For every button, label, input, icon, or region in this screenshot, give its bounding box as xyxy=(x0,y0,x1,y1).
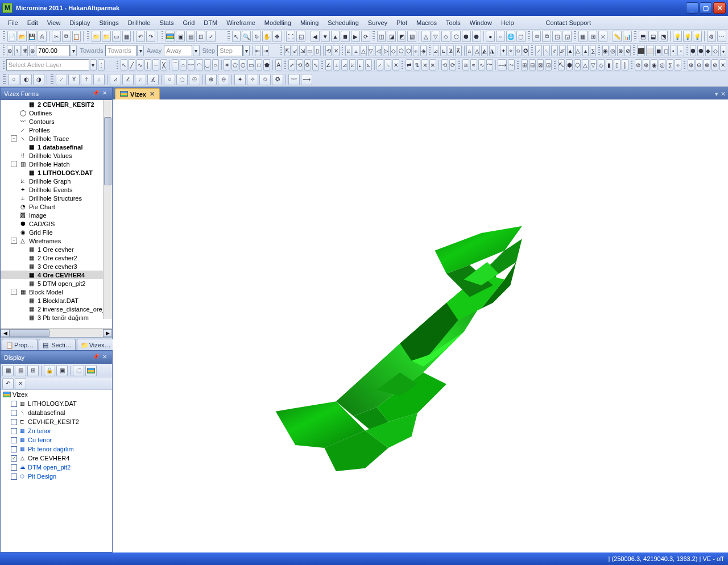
tool-v3-icon[interactable]: ◆ xyxy=(705,45,712,56)
tool-pointer-icon[interactable]: ↖ xyxy=(232,31,241,42)
tool-line2-icon[interactable]: ↙ xyxy=(292,45,298,56)
tool-v4-icon[interactable]: ◇ xyxy=(713,45,719,56)
expand-icon[interactable]: - xyxy=(11,135,17,142)
xform-3-icon[interactable]: ⤨ xyxy=(421,59,428,70)
toolbar-grip[interactable] xyxy=(517,60,519,70)
dtool-7-icon[interactable] xyxy=(85,365,97,376)
checkbox[interactable]: ✓ xyxy=(11,455,17,462)
toolbar-grip[interactable] xyxy=(87,31,89,41)
tool-u5-icon[interactable]: ▪ xyxy=(670,45,676,56)
pit-4-icon[interactable]: △ xyxy=(582,59,589,70)
tool-3d3-icon[interactable]: ◳ xyxy=(552,31,561,42)
dh-12-icon[interactable]: ⊕ xyxy=(205,74,217,85)
fin-2-icon[interactable]: ⊛ xyxy=(643,59,650,70)
tab-sections[interactable]: ▤Secti… xyxy=(39,339,75,350)
dh-2-icon[interactable]: Y xyxy=(68,74,80,85)
tree-node[interactable]: ✦Drillhole Events xyxy=(1,185,112,194)
tree-node[interactable]: ▦4 Ore CEVHER4 xyxy=(1,271,112,279)
meas-7-icon[interactable]: ⟋ xyxy=(377,59,383,70)
checkbox[interactable] xyxy=(11,401,17,407)
tree-node[interactable]: ⟂Drillhole Structures xyxy=(1,194,112,202)
meas-9-icon[interactable]: ✕ xyxy=(392,59,399,70)
tool-globe2-icon[interactable]: ⊛ xyxy=(29,45,35,56)
draw-arc-icon[interactable]: ◠ xyxy=(196,59,202,70)
tool-3d4-icon[interactable]: ◲ xyxy=(562,31,572,42)
edit-2-icon[interactable]: ⟲ xyxy=(296,59,303,70)
checkbox[interactable] xyxy=(11,410,17,416)
towards-dropdown-icon[interactable]: ▾ xyxy=(137,45,143,56)
menu-window[interactable]: Window xyxy=(465,18,497,28)
tool-m5-icon[interactable]: ◁ xyxy=(375,45,382,56)
scroll-left-icon[interactable]: ◀ xyxy=(1,329,10,337)
draw-line-icon[interactable]: ╱ xyxy=(129,59,135,70)
xform-2-icon[interactable]: ⇅ xyxy=(413,59,420,70)
draw-ring-icon[interactable]: ○ xyxy=(212,59,219,70)
draw-poly-icon[interactable]: ∿ xyxy=(136,59,143,70)
tree-node[interactable]: 🖼Image xyxy=(1,211,112,219)
tool-m1-icon[interactable]: ⟀ xyxy=(345,45,351,56)
tool-new-icon[interactable]: 📄 xyxy=(7,31,16,42)
draw-poly2-icon[interactable]: ⬡ xyxy=(239,59,246,70)
doc-menu-icon[interactable]: ▾ xyxy=(715,90,718,98)
tool-folder2-icon[interactable]: 📁 xyxy=(102,31,111,42)
tree-node[interactable]: ⬢CAD/GIS xyxy=(1,219,112,228)
pit-3-icon[interactable]: ⬡ xyxy=(574,59,581,70)
meas-5-icon[interactable]: ⦜ xyxy=(357,59,364,70)
xform-5-icon[interactable]: ⟲ xyxy=(441,59,448,70)
tool-q2-icon[interactable]: ◬ xyxy=(474,45,480,56)
tool-paste-icon[interactable]: 📋 xyxy=(72,31,81,42)
vizex-document-tab[interactable]: Vizex ✕ xyxy=(115,88,160,99)
tool-cube1-icon[interactable]: ◫ xyxy=(377,31,386,42)
xform-1-icon[interactable]: ⇄ xyxy=(406,59,412,70)
menu-scheduling[interactable]: Scheduling xyxy=(323,18,363,28)
dtool-del-icon[interactable]: ✕ xyxy=(15,378,26,389)
dh-5-icon[interactable]: ⊿ xyxy=(110,74,121,85)
fin-6-icon[interactable]: ⟐ xyxy=(675,59,681,70)
tool-pan-icon[interactable]: ✋ xyxy=(262,31,271,42)
toolbar-grip[interactable] xyxy=(686,45,688,56)
checkbox[interactable] xyxy=(11,464,17,471)
checkbox[interactable] xyxy=(11,473,17,480)
checkbox[interactable] xyxy=(11,428,17,434)
draw-spline-icon[interactable]: 〰 xyxy=(188,59,195,70)
tool-view3-icon[interactable]: ⊡ xyxy=(196,31,205,42)
tree-node[interactable]: ▦2 CEVHER_KESIT2 xyxy=(1,100,112,109)
xform-4-icon[interactable]: ⤪ xyxy=(429,59,436,70)
end-1-icon[interactable]: ⊕ xyxy=(688,59,694,70)
display-item[interactable]: ▥LITHOLOGY.DAT xyxy=(1,399,112,408)
tool-table-icon[interactable]: ▦ xyxy=(122,31,131,42)
display-item[interactable]: ⊏CEVHER_KESIT2 xyxy=(1,417,112,426)
display-item[interactable]: ⟍databasefinal xyxy=(1,408,112,417)
tool-prev-icon[interactable]: ⇤ xyxy=(255,45,261,56)
snap-1-icon[interactable]: ○ xyxy=(8,74,19,85)
tool-wf2-icon[interactable]: ▽ xyxy=(432,31,441,42)
tool-rect2-icon[interactable]: ▯ xyxy=(315,45,321,56)
tool-zoom-icon[interactable]: 🔍 xyxy=(242,31,251,42)
panel-close-icon[interactable]: ✕ xyxy=(101,90,109,98)
tool-s5-icon[interactable]: ▲ xyxy=(567,45,574,56)
expand-icon[interactable]: - xyxy=(11,289,17,295)
tool-legend-icon[interactable]: 📊 xyxy=(623,31,632,42)
tool-cube2-icon[interactable]: ◪ xyxy=(387,31,396,42)
draw-star-icon[interactable]: ✶ xyxy=(224,59,230,70)
end-2-icon[interactable]: ⊖ xyxy=(696,59,702,70)
tool-grid1-icon[interactable]: ▦ xyxy=(578,31,588,42)
tool-redo-icon[interactable]: ↷ xyxy=(146,31,155,42)
menu-grid[interactable]: Grid xyxy=(179,18,200,28)
menu-plot[interactable]: Plot xyxy=(392,18,412,28)
draw-vert-icon[interactable]: │ xyxy=(144,59,151,70)
tool-s3-icon[interactable]: ⫽ xyxy=(551,45,558,56)
menu-wireframe[interactable]: Wireframe xyxy=(222,18,260,28)
pit-9-icon[interactable]: ║ xyxy=(622,59,628,70)
tool-wf5-icon[interactable]: ⬢ xyxy=(462,31,471,42)
menu-strings[interactable]: Strings xyxy=(94,18,123,28)
tree-node[interactable]: 〰Contours xyxy=(1,117,112,126)
expand-icon[interactable]: - xyxy=(11,161,17,167)
tool-q3-icon[interactable]: ◭ xyxy=(481,45,487,56)
tool-undo-icon[interactable]: ↶ xyxy=(136,31,145,42)
tool-nav-next-icon[interactable]: ▶ xyxy=(351,31,360,42)
tool-r1-icon[interactable]: ✦ xyxy=(500,45,506,56)
tool-move-icon[interactable]: ✥ xyxy=(272,31,282,42)
distance-input[interactable] xyxy=(36,45,70,56)
dh-15-icon[interactable]: ✧ xyxy=(247,74,258,85)
